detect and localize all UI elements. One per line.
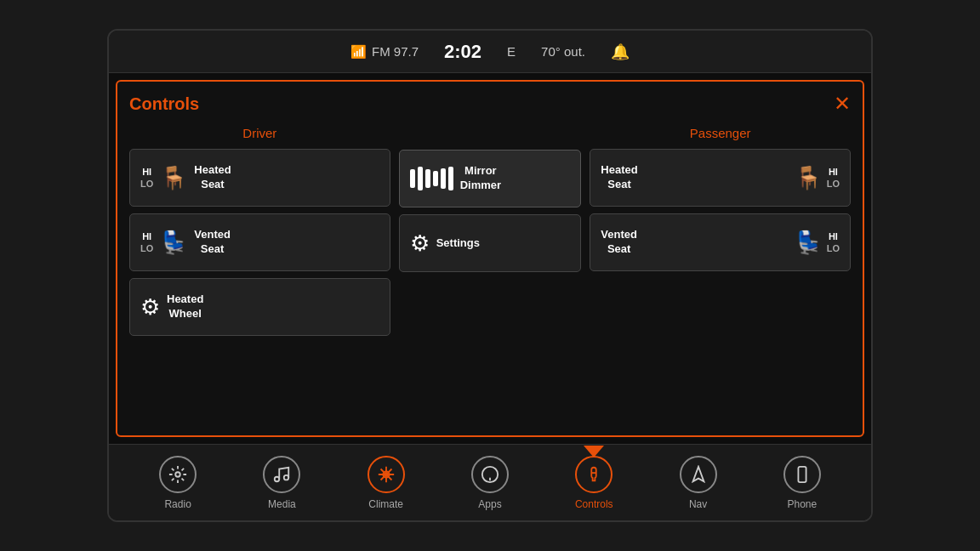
lo-label: LO xyxy=(140,178,153,190)
heated-wheel-icon: ⚙ xyxy=(140,296,160,318)
radio-station: FM 97.7 xyxy=(372,44,419,59)
driver-column: Driver HI LO 🪑 HeatedSeat HI xyxy=(129,126,390,423)
radio-info: 📶 FM 97.7 xyxy=(350,44,419,60)
settings-label: Settings xyxy=(436,236,480,251)
phone-nav-icon xyxy=(783,456,821,493)
passenger-column: Passenger HeatedSeat 🪑 HI LO xyxy=(590,126,851,423)
hi-label: HI xyxy=(142,166,151,178)
svg-rect-8 xyxy=(798,466,806,481)
heated-seat-icon: 🪑 xyxy=(160,167,187,189)
mirror-dimmer-icon xyxy=(410,167,453,190)
driver-vented-seat-hi-lo: HI LO xyxy=(140,230,153,255)
svg-point-0 xyxy=(175,472,180,477)
driver-heated-wheel-label: HeatedWheel xyxy=(167,293,203,321)
lo-label: LO xyxy=(140,242,153,254)
media-nav-label: Media xyxy=(268,498,296,510)
controls-nav-icon xyxy=(575,456,612,493)
screen: 📶 FM 97.7 2:02 E 70° out. 🔔 Controls ✕ D… xyxy=(107,29,873,522)
passenger-vented-seat-text: VentedSeat xyxy=(601,228,637,257)
seatbelt-icon: 🔔 xyxy=(611,43,630,61)
climate-nav-label: Climate xyxy=(368,498,403,510)
driver-heated-seat-hi-lo: HI LO xyxy=(140,166,153,190)
navigation-nav-icon xyxy=(680,456,717,493)
svg-marker-7 xyxy=(692,466,704,480)
svg-point-2 xyxy=(284,474,289,480)
radio-signal-icon: 📶 xyxy=(350,44,367,60)
radio-nav-label: Radio xyxy=(164,498,191,510)
main-content: Controls ✕ Driver HI LO 🪑 HeatedSeat xyxy=(109,73,871,444)
mirror-dimmer-label: MirrorDimmer xyxy=(460,164,501,193)
passenger-heated-seat-text: HeatedSeat xyxy=(601,163,637,192)
driver-vented-seat-button[interactable]: HI LO 💺 VentedSeat xyxy=(129,213,390,271)
passenger-heated-seat-hi-lo: HI LO xyxy=(827,166,840,190)
passenger-heated-seat-button[interactable]: HeatedSeat 🪑 HI LO xyxy=(590,149,851,207)
passenger-spacer xyxy=(590,278,851,336)
passenger-heated-seat-label: HeatedSeat xyxy=(601,163,637,192)
columns-row: Driver HI LO 🪑 HeatedSeat HI xyxy=(129,126,851,423)
passenger-vented-seat-label: VentedSeat xyxy=(601,228,637,257)
passenger-heated-seat-right: 🪑 HI LO xyxy=(795,166,840,190)
driver-label: Driver xyxy=(129,126,390,140)
nav-climate[interactable]: Climate xyxy=(356,456,416,510)
controls-panel: Controls ✕ Driver HI LO 🪑 HeatedSeat xyxy=(116,80,864,437)
passenger-vented-seat-button[interactable]: VentedSeat 💺 HI LO xyxy=(590,213,851,271)
apps-nav-icon xyxy=(471,456,509,493)
close-button[interactable]: ✕ xyxy=(834,94,851,114)
phone-nav-label: Phone xyxy=(787,498,817,510)
settings-button[interactable]: ⚙ Settings xyxy=(399,214,582,272)
driver-vented-seat-label: VentedSeat xyxy=(194,228,231,257)
controls-header: Controls ✕ xyxy=(129,94,851,114)
climate-nav-icon xyxy=(368,456,405,493)
nav-media[interactable]: Media xyxy=(252,456,311,510)
passenger-vented-seat-icon: 💺 xyxy=(795,231,822,253)
compass-display: E xyxy=(507,44,516,59)
passenger-vented-seat-right: 💺 HI LO xyxy=(795,230,840,255)
driver-heated-seat-button[interactable]: HI LO 🪑 HeatedSeat xyxy=(129,149,390,207)
passenger-vented-seat-hi-lo: HI LO xyxy=(827,230,840,255)
apps-nav-label: Apps xyxy=(478,498,501,510)
media-nav-icon xyxy=(263,456,300,493)
radio-nav-icon xyxy=(159,456,197,493)
bottom-nav: Radio Media Climate xyxy=(109,444,871,520)
nav-phone[interactable]: Phone xyxy=(772,456,832,510)
vented-seat-icon: 💺 xyxy=(160,231,187,253)
nav-nav-label: Nav xyxy=(689,498,707,510)
passenger-heated-seat-icon: 🪑 xyxy=(795,167,822,189)
temp-display: 70° out. xyxy=(541,44,585,59)
nav-radio[interactable]: Radio xyxy=(148,456,208,510)
controls-title: Controls xyxy=(129,94,199,114)
mirror-dimmer-button[interactable]: MirrorDimmer xyxy=(399,150,582,207)
status-bar: 📶 FM 97.7 2:02 E 70° out. 🔔 xyxy=(109,31,871,73)
settings-icon: ⚙ xyxy=(410,232,430,254)
passenger-label: Passenger xyxy=(590,126,851,140)
hi-label: HI xyxy=(142,230,151,242)
nav-active-indicator xyxy=(584,446,604,457)
nav-nav[interactable]: Nav xyxy=(669,456,728,510)
time-display: 2:02 xyxy=(444,41,481,63)
nav-controls[interactable]: Controls xyxy=(564,456,624,510)
controls-nav-label: Controls xyxy=(575,498,613,510)
nav-apps[interactable]: Apps xyxy=(460,456,520,510)
svg-point-1 xyxy=(275,476,280,481)
middle-column: MirrorDimmer ⚙ Settings xyxy=(399,126,582,423)
driver-heated-seat-label: HeatedSeat xyxy=(194,163,231,192)
driver-heated-wheel-button[interactable]: ⚙ HeatedWheel xyxy=(129,278,390,336)
